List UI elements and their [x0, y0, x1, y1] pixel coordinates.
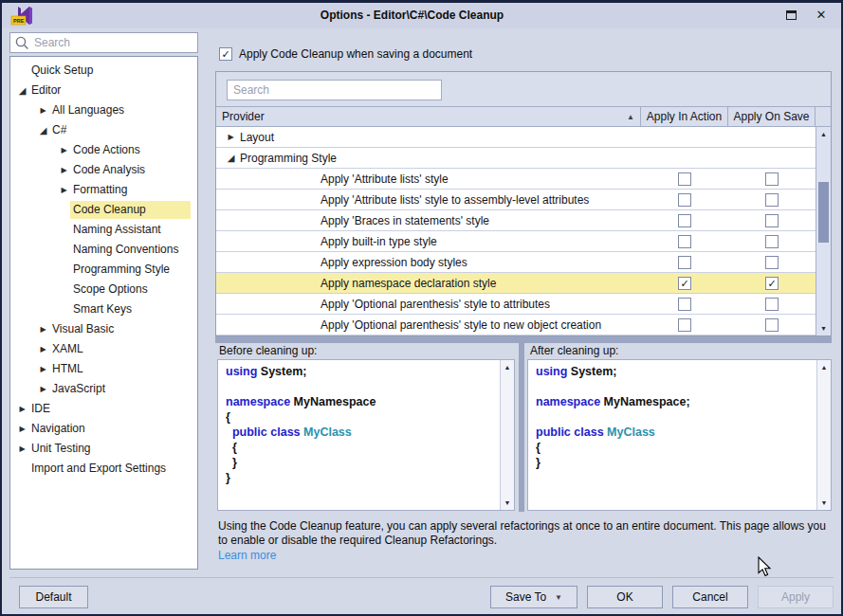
apply-on-save-checkbox[interactable]: ✓ [765, 277, 779, 290]
tree-item-label: Formatting [70, 181, 133, 199]
collapsed-arrow-icon[interactable]: ▶ [37, 385, 49, 393]
column-header-apply-on-save[interactable]: Apply On Save [728, 107, 816, 126]
collapsed-arrow-icon[interactable]: ▶ [16, 425, 28, 433]
tree-item-label: HTML [49, 360, 89, 378]
apply-in-action-checkbox[interactable]: ✓ [678, 277, 691, 290]
table-row-programming-style[interactable]: ◢Programming Style [216, 148, 816, 169]
scroll-down-icon[interactable]: ▼ [817, 499, 831, 506]
sidebar-item-import-and-export-settings[interactable]: Import and Export Settings [10, 459, 197, 479]
sidebar-item-code-actions[interactable]: ▶Code Actions [10, 140, 197, 160]
collapsed-arrow-icon[interactable]: ▶ [58, 146, 70, 154]
collapsed-arrow-icon[interactable]: ▶ [58, 186, 70, 194]
apply-on-save-checkbox[interactable] [765, 193, 779, 207]
scroll-up-icon[interactable]: ▲ [817, 364, 831, 371]
collapsed-arrow-icon[interactable]: ▶ [16, 444, 28, 453]
apply-in-action-checkbox[interactable] [678, 318, 691, 332]
provider-item-label: Apply 'Attribute lists' style to assembl… [216, 193, 589, 207]
sidebar-item-javascript[interactable]: ▶JavaScript [10, 379, 197, 399]
collapsed-arrow-icon[interactable]: ▶ [37, 345, 49, 353]
apply-in-action-checkbox[interactable] [678, 298, 691, 311]
sidebar-item-editor[interactable]: ◢Editor [10, 81, 197, 100]
code-line [536, 409, 815, 425]
scroll-down-icon[interactable]: ▼ [816, 325, 831, 332]
apply-in-action-cell [641, 256, 728, 269]
sidebar-item-visual-basic[interactable]: ▶Visual Basic [10, 319, 197, 339]
table-row-apply-namespace-declaration-style[interactable]: Apply namespace declaration style✓✓ [216, 273, 816, 294]
save-to-button[interactable]: Save To ▼ [490, 586, 577, 608]
apply-in-action-checkbox[interactable] [678, 235, 691, 248]
provider-search-input[interactable] [227, 80, 442, 100]
sidebar-item-unit-testing[interactable]: ▶Unit Testing [10, 439, 197, 459]
options-tree: Quick Setup◢Editor▶All Languages◢C#▶Code… [9, 56, 198, 570]
default-button[interactable]: Default [19, 586, 88, 608]
horizontal-splitter[interactable] [215, 336, 832, 343]
code-token: } [226, 471, 230, 484]
apply-on-save-checkbox[interactable]: ✓ [219, 47, 232, 61]
sidebar-item-navigation[interactable]: ▶Navigation [10, 419, 197, 439]
apply-in-action-checkbox[interactable] [678, 214, 691, 227]
table-row-apply-braces-in-statements-style[interactable]: Apply 'Braces in statements' style [216, 210, 816, 231]
expanded-arrow-icon[interactable]: ◢ [37, 125, 49, 136]
sidebar-item-code-cleanup[interactable]: Code Cleanup [10, 200, 197, 220]
apply-on-save-cell: ✓ [728, 277, 816, 290]
column-header-provider[interactable]: Provider ▲ [216, 107, 641, 126]
cancel-button[interactable]: Cancel [672, 586, 748, 608]
apply-in-action-checkbox[interactable] [678, 193, 691, 207]
collapsed-arrow-icon[interactable]: ▶ [225, 133, 237, 141]
before-scrollbar[interactable]: ▲ ▼ [500, 360, 514, 510]
close-button[interactable]: ✕ [807, 6, 835, 25]
after-scrollbar[interactable]: ▲ ▼ [816, 360, 831, 510]
sidebar-item-ide[interactable]: ▶IDE [10, 399, 197, 419]
apply-on-save-checkbox[interactable] [765, 235, 779, 248]
table-row-apply-built-in-type-style[interactable]: Apply built-in type style [216, 231, 816, 252]
learn-more-link[interactable]: Learn more [218, 549, 276, 562]
column-header-apply-in-action[interactable]: Apply In Action [641, 107, 728, 126]
column-header-spacer [816, 107, 831, 126]
scroll-up-icon[interactable]: ▲ [816, 131, 831, 137]
code-token: MyClass [303, 426, 352, 439]
apply-on-save-checkbox[interactable] [765, 256, 779, 269]
apply-on-save-checkbox[interactable] [765, 318, 779, 332]
apply-in-action-checkbox[interactable] [678, 256, 691, 269]
sidebar-item-scope-options[interactable]: Scope Options [10, 280, 197, 299]
sidebar-item-formatting[interactable]: ▶Formatting [10, 180, 197, 200]
apply-on-save-checkbox[interactable] [765, 172, 779, 186]
ok-button[interactable]: OK [587, 586, 663, 608]
collapsed-arrow-icon[interactable]: ▶ [37, 365, 49, 373]
sidebar-item-xaml[interactable]: ▶XAML [10, 339, 197, 359]
sidebar-item-html[interactable]: ▶HTML [10, 359, 197, 379]
scroll-up-icon[interactable]: ▲ [501, 364, 514, 371]
collapsed-arrow-icon[interactable]: ▶ [16, 405, 28, 413]
sidebar-item-smart-keys[interactable]: Smart Keys [10, 299, 197, 319]
scroll-down-icon[interactable]: ▼ [501, 499, 514, 506]
sidebar-item-naming-conventions[interactable]: Naming Conventions [10, 240, 197, 260]
table-row-apply-optional-parenthesis-style-to-attributes[interactable]: Apply 'Optional parenthesis' style to at… [216, 294, 816, 315]
grid-scrollbar-thumb[interactable] [818, 182, 829, 243]
apply-on-save-checkbox[interactable] [765, 214, 779, 227]
table-row-layout[interactable]: ▶Layout [216, 127, 816, 148]
apply-on-save-checkbox[interactable] [765, 298, 779, 311]
sidebar-item-code-analysis[interactable]: ▶Code Analysis [10, 160, 197, 180]
grid-header: Provider ▲ Apply In Action Apply On Save [216, 106, 831, 127]
sidebar-item-all-languages[interactable]: ▶All Languages [10, 100, 197, 120]
sidebar-item-programming-style[interactable]: Programming Style [10, 260, 197, 280]
sidebar-item-naming-assistant[interactable]: Naming Assistant [10, 220, 197, 240]
table-row-apply-expression-body-styles[interactable]: Apply expression body styles [216, 252, 816, 273]
collapsed-arrow-icon[interactable]: ▶ [37, 325, 49, 334]
sidebar-item-c#[interactable]: ◢C# [10, 120, 197, 140]
grid-scrollbar[interactable]: ▲ ▼ [816, 127, 831, 335]
table-row-apply-attribute-lists-style[interactable]: Apply 'Attribute lists' style [216, 169, 816, 190]
sidebar-item-quick-setup[interactable]: Quick Setup [10, 61, 197, 81]
table-row-apply-attribute-lists-style-to-assembly-level-attributes[interactable]: Apply 'Attribute lists' style to assembl… [216, 190, 816, 210]
apply-in-action-checkbox[interactable] [678, 172, 691, 186]
vertical-splitter[interactable] [519, 343, 524, 512]
maximize-button[interactable] [777, 6, 805, 25]
close-icon: ✕ [816, 8, 827, 22]
collapsed-arrow-icon[interactable]: ▶ [58, 166, 70, 174]
table-row-apply-optional-parenthesis-style-to-new-object-creation[interactable]: Apply 'Optional parenthesis' style to ne… [216, 315, 816, 335]
expanded-arrow-icon[interactable]: ◢ [225, 153, 237, 163]
code-line: using System; [226, 364, 498, 379]
expanded-arrow-icon[interactable]: ◢ [16, 85, 28, 96]
sidebar-search-input[interactable] [34, 34, 193, 51]
collapsed-arrow-icon[interactable]: ▶ [37, 106, 49, 115]
